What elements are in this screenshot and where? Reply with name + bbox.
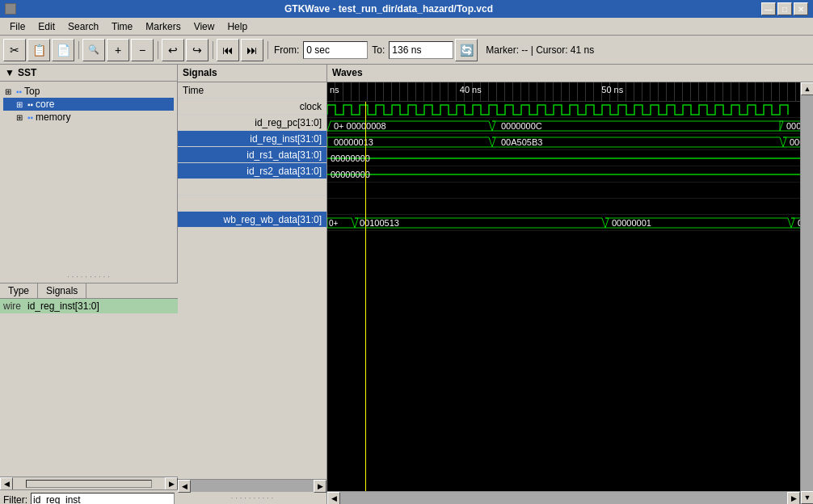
copy-button[interactable]: 📋 (27, 39, 50, 61)
svg-text:00000013: 00000013 (334, 137, 373, 147)
prev-marker-button[interactable]: ⏮ (217, 39, 239, 61)
to-input[interactable] (389, 41, 453, 59)
filter-label: Filter: (3, 494, 27, 505)
waves-scroll-up[interactable]: ▲ (801, 82, 813, 95)
svg-text:00000000: 00000000 (331, 153, 370, 163)
wave-row-empty1 (327, 183, 800, 199)
sig-row-clock[interactable]: clock (178, 99, 326, 115)
wave-row-id-rs2: 00000000 (327, 166, 800, 183)
wave-row-id-reg-inst: 00000013 00A505B3 00000013 (327, 134, 800, 150)
sig-scroll-left[interactable]: ◀ (178, 480, 191, 493)
type-signals-section: Type Signals wire id_reg_inst[31:0] ◀ ▶ … (0, 283, 178, 504)
sig-row-id-rs1-data[interactable]: id_rs1_data[31:0] (178, 147, 326, 163)
app-icon (5, 3, 16, 15)
scroll-left-btn[interactable]: ◀ (0, 477, 13, 490)
sig-row-id-reg-pc[interactable]: id_reg_pc[31:0] (178, 115, 326, 131)
sig-h-track[interactable] (191, 480, 314, 492)
waves-with-vscroll: ns 40 ns 50 ns (327, 82, 813, 504)
svg-text:0000000C: 0000000C (501, 121, 542, 131)
menu-help[interactable]: Help (221, 19, 254, 34)
timeline: ns 40 ns 50 ns (327, 82, 800, 102)
tree-node-core[interactable]: ⊞ ▪▪ core (3, 98, 174, 111)
sig-row-id-rs2-data[interactable]: id_rs2_data[31:0] (178, 163, 326, 179)
svg-text:00000010: 00000010 (786, 121, 800, 131)
svg-text:0+: 0+ (329, 219, 339, 228)
sst-expand-icon[interactable]: ▼ (5, 67, 15, 78)
cut-button[interactable]: ✂ (3, 39, 26, 61)
signal-name: id_reg_inst[31:0] (27, 300, 99, 312)
signals-bottom-scroll: ◀ ▶ (178, 479, 326, 492)
menu-file[interactable]: File (3, 19, 32, 34)
paste-button[interactable]: 📄 (52, 39, 74, 61)
menu-view[interactable]: View (187, 19, 221, 34)
close-button[interactable]: ✕ (794, 2, 808, 15)
signal-list: Time clock id_reg_pc[31:0] id_reg_inst[3… (178, 82, 326, 479)
signals-resize-dots[interactable]: · · · · · · · · · · (178, 492, 326, 504)
back-button[interactable]: ↩ (162, 39, 184, 61)
tick-marks (327, 82, 800, 101)
node-label-core: core (36, 99, 54, 110)
waves-panel: Waves ns 40 ns 50 ns (327, 65, 813, 504)
tree-node-memory[interactable]: ⊞ ▪▪ memory (3, 111, 174, 124)
waves-h-track[interactable] (340, 492, 787, 504)
sig-row-id-reg-inst[interactable]: id_reg_inst[31:0] (178, 131, 326, 147)
tree-node-top[interactable]: ⊞ ▪▪ Top (3, 85, 174, 98)
main-content: ▼ SST ⊞ ▪▪ Top ⊞ ▪▪ core ⊞ (0, 65, 813, 504)
minimize-button[interactable]: — (761, 2, 776, 15)
sep2 (155, 39, 160, 61)
waves-v-track[interactable] (801, 95, 813, 491)
zoom-out-button[interactable]: − (131, 39, 154, 61)
waves-scroll-left[interactable]: ◀ (327, 492, 340, 504)
resize-dots[interactable]: · · · · · · · · · · (0, 271, 177, 283)
waves-scroll-down[interactable]: ▼ (801, 491, 813, 504)
zoom-fit-button[interactable]: 🔍 (82, 39, 105, 61)
tab-type[interactable]: Type (0, 284, 38, 298)
sig-label-id-rs2-data: id_rs2_data[31:0] (246, 166, 322, 177)
waves-header: Waves (327, 65, 813, 82)
sig-time-label: Time (183, 85, 204, 96)
svg-text:00000000: 00000000 (798, 218, 800, 228)
zoom-in-button[interactable]: + (107, 39, 129, 61)
menu-markers[interactable]: Markers (139, 19, 187, 34)
tl-40ns: 40 ns (460, 85, 482, 94)
waves-h-scrollbar[interactable]: ◀ ▶ (327, 491, 800, 504)
wave-row-id-reg-pc: 0+ 00000008 0000000C 00000010 (327, 118, 800, 134)
left-panels: ▼ SST ⊞ ▪▪ Top ⊞ ▪▪ core ⊞ (0, 65, 178, 504)
from-input[interactable] (303, 41, 368, 59)
node-label-memory: memory (36, 111, 70, 123)
menu-search[interactable]: Search (61, 19, 105, 34)
node-icon-core: ▪▪ (27, 100, 33, 109)
menu-time[interactable]: Time (105, 19, 139, 34)
maximize-button[interactable]: □ (777, 2, 792, 15)
node-icon-memory: ▪▪ (27, 113, 33, 122)
sig-label-id-reg-inst: id_reg_inst[31:0] (250, 133, 322, 145)
sst-scrollbar-h[interactable]: ◀ ▶ (0, 477, 178, 489)
sep1 (76, 39, 81, 61)
waves-v-scrollbar[interactable]: ▲ ▼ (800, 82, 813, 504)
sig-label-clock: clock (300, 101, 322, 112)
wave-row-wb-reg: 0+ 00100513 00000001 00000000 (327, 215, 800, 231)
refresh-button[interactable]: 🔄 (455, 39, 478, 61)
tab-signals[interactable]: Signals (38, 284, 86, 298)
sig-scroll-right[interactable]: ▶ (314, 480, 326, 493)
filter-bar: Filter: (0, 489, 178, 504)
scroll-right-btn[interactable]: ▶ (165, 477, 178, 490)
type-signals-header: Type Signals (0, 284, 178, 299)
wave-rows-container[interactable]: 0+ 00000008 0000000C 00000010 (327, 102, 800, 491)
sig-label-wb-reg: wb_reg_wb_data[31:0] (224, 214, 322, 225)
svg-text:00000000: 00000000 (331, 170, 370, 179)
sig-row-wb-reg[interactable]: wb_reg_wb_data[31:0] (178, 212, 326, 228)
wave-row-clock (327, 102, 800, 118)
sst-panel: ▼ SST ⊞ ▪▪ Top ⊞ ▪▪ core ⊞ (0, 65, 178, 283)
next-marker-button[interactable]: ⏭ (241, 39, 263, 61)
flat-svg-rs2: 00000000 (327, 166, 800, 183)
menu-edit[interactable]: Edit (32, 19, 61, 34)
fwd-button[interactable]: ↪ (186, 39, 209, 61)
filter-input[interactable] (31, 493, 175, 505)
svg-text:00000001: 00000001 (612, 218, 651, 228)
signals-panel: Signals Time clock id_reg_pc[31:0] id_re… (178, 65, 327, 504)
node-label-top: Top (24, 86, 40, 97)
waves-scroll-right[interactable]: ▶ (787, 492, 800, 504)
scroll-track-h[interactable] (26, 480, 152, 488)
title-bar: GTKWave - test_run_dir/data_hazard/Top.v… (0, 0, 813, 18)
